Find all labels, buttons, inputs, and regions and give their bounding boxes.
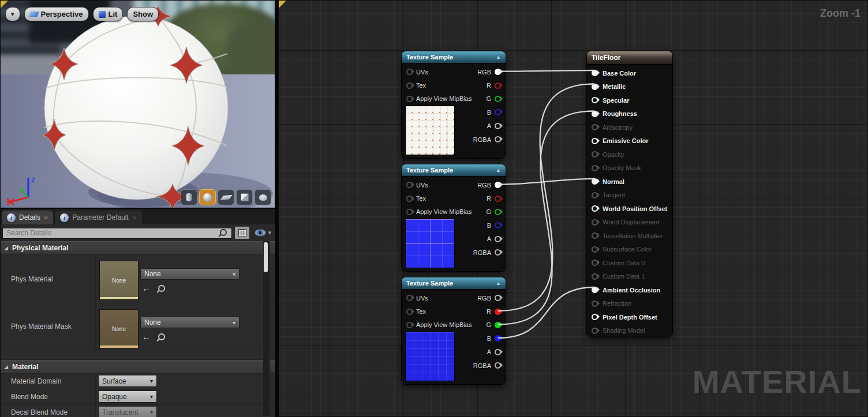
shape-custom-mesh-button[interactable] bbox=[255, 189, 271, 205]
preview-viewport[interactable]: ▾ Perspective Lit Show Z bbox=[0, 0, 275, 208]
phys-material-thumbnail[interactable]: None bbox=[99, 261, 139, 300]
node-header[interactable]: Texture Sample▲ bbox=[402, 164, 506, 176]
output-pin-rgb[interactable] bbox=[495, 69, 501, 75]
material-graph-canvas[interactable]: Zoom -1 MATERIAL Texture Sample▲UVsRGBTe… bbox=[278, 0, 868, 417]
details-scrollbar[interactable] bbox=[263, 240, 270, 417]
node-header[interactable]: Texture Sample▲ bbox=[402, 277, 506, 290]
output-pin-a[interactable] bbox=[495, 236, 501, 242]
result-pin-subsurface-color[interactable] bbox=[592, 246, 598, 253]
tab-details[interactable]: i Details × bbox=[2, 211, 53, 224]
pin-row: TexR bbox=[402, 305, 506, 318]
result-pin-normal[interactable] bbox=[592, 178, 598, 185]
scrollbar-thumb[interactable] bbox=[264, 242, 268, 272]
result-pin-world-displacement[interactable] bbox=[592, 219, 598, 226]
use-selected-asset-icon[interactable]: ← bbox=[142, 332, 151, 341]
input-pin-tex[interactable] bbox=[406, 309, 413, 315]
preview-shape-buttons bbox=[181, 189, 271, 205]
viewport-options-button[interactable]: ▾ bbox=[5, 7, 20, 21]
output-pin-rgb[interactable] bbox=[495, 295, 501, 301]
result-pin-custom-data-0[interactable] bbox=[592, 260, 598, 266]
result-pin-emissive-color[interactable] bbox=[592, 138, 598, 144]
search-input[interactable] bbox=[2, 228, 232, 239]
result-pin-anisotropy[interactable] bbox=[592, 124, 598, 130]
shape-cylinder-button[interactable] bbox=[181, 189, 197, 205]
result-pin-roughness[interactable] bbox=[592, 111, 598, 117]
input-pin-uvs[interactable] bbox=[406, 182, 413, 188]
output-pin-rgba[interactable] bbox=[495, 136, 501, 142]
collapse-icon[interactable]: ▲ bbox=[496, 54, 501, 60]
result-pin-world-position-offset[interactable] bbox=[592, 205, 598, 212]
result-pin-pixel-depth-offset[interactable] bbox=[592, 314, 598, 320]
graph-node-tilefloor[interactable]: TileFloorBase ColorMetallicSpecularRough… bbox=[587, 51, 672, 337]
input-pin-apply-view-mipbias[interactable] bbox=[406, 96, 413, 102]
collapse-icon[interactable]: ▲ bbox=[496, 280, 501, 286]
browse-to-asset-icon[interactable] bbox=[158, 285, 165, 292]
output-pin-b[interactable] bbox=[495, 109, 501, 115]
perspective-button[interactable]: Perspective bbox=[24, 7, 89, 21]
result-pin-base-color[interactable] bbox=[592, 70, 598, 76]
result-pin-refraction[interactable] bbox=[592, 300, 598, 307]
phys-material-dropdown[interactable]: None ▾ bbox=[140, 268, 240, 280]
output-pin-g[interactable] bbox=[495, 209, 501, 215]
input-pin-apply-view-mipbias[interactable] bbox=[406, 322, 413, 328]
output-pin-b[interactable] bbox=[495, 222, 501, 228]
tab-parameter-defaults[interactable]: i Parameter Defaults × bbox=[55, 211, 142, 224]
section-material[interactable]: ◢ Material bbox=[1, 360, 275, 374]
axis-gizmo: Z bbox=[5, 170, 40, 205]
section-physical-material[interactable]: ◢ Physical Material bbox=[1, 241, 275, 255]
close-icon[interactable]: × bbox=[44, 214, 48, 221]
shape-sphere-button[interactable] bbox=[199, 189, 216, 205]
node-header[interactable]: Texture Sample▲ bbox=[402, 51, 506, 63]
output-pin-rgba[interactable] bbox=[495, 362, 501, 369]
output-pin-b[interactable] bbox=[495, 335, 501, 341]
graph-node-ts1[interactable]: Texture Sample▲UVsRGBTexRApply View MipB… bbox=[402, 51, 506, 158]
result-pin-shading-model[interactable] bbox=[592, 328, 598, 334]
output-pin-rgba[interactable] bbox=[495, 249, 501, 256]
collapse-icon[interactable]: ▲ bbox=[496, 167, 501, 173]
viewport-corner-flag bbox=[1, 1, 8, 8]
output-pin-r[interactable] bbox=[495, 196, 501, 202]
output-pin-g[interactable] bbox=[495, 322, 501, 328]
visibility-filter-button[interactable]: ▾ bbox=[252, 229, 274, 236]
output-side: R bbox=[487, 195, 501, 202]
output-pin-a[interactable] bbox=[495, 123, 501, 129]
shape-plane-button[interactable] bbox=[218, 189, 234, 205]
node-header[interactable]: TileFloor bbox=[587, 51, 672, 65]
material-domain-dropdown[interactable]: Surface ▾ bbox=[98, 375, 157, 387]
use-selected-asset-icon[interactable]: ← bbox=[142, 284, 151, 292]
phys-material-mask-dropdown[interactable]: None ▾ bbox=[140, 317, 240, 328]
result-pin-ambient-occlusion[interactable] bbox=[592, 287, 598, 293]
view-options-button[interactable] bbox=[234, 226, 250, 239]
input-pin-tex[interactable] bbox=[406, 82, 413, 89]
output-pin-r[interactable] bbox=[495, 309, 501, 315]
phys-material-mask-thumbnail[interactable]: None bbox=[99, 309, 139, 348]
output-pin-rgb[interactable] bbox=[495, 182, 501, 188]
result-pin-custom-data-1[interactable] bbox=[592, 273, 598, 280]
plane-icon bbox=[220, 194, 232, 200]
graph-wires bbox=[279, 1, 868, 417]
result-pin-tessellation-multiplier[interactable] bbox=[592, 232, 598, 239]
browse-to-asset-icon[interactable] bbox=[158, 333, 165, 340]
blend-mode-dropdown[interactable]: Opaque ▾ bbox=[98, 390, 157, 403]
input-pin-uvs[interactable] bbox=[406, 295, 413, 301]
graph-node-ts3[interactable]: Texture Sample▲UVsRGBTexRApply View MipB… bbox=[402, 277, 506, 384]
close-icon[interactable]: × bbox=[132, 214, 137, 221]
input-pin-tex[interactable] bbox=[406, 196, 413, 202]
output-pin-g[interactable] bbox=[495, 96, 501, 102]
result-pin-specular[interactable] bbox=[592, 97, 598, 103]
output-pin-a[interactable] bbox=[495, 349, 501, 355]
graph-node-ts2[interactable]: Texture Sample▲UVsRGBTexRApply View MipB… bbox=[402, 164, 506, 271]
pin-row: Apply View MipBiasG bbox=[402, 92, 506, 106]
result-pin-opacity-mask[interactable] bbox=[592, 165, 598, 171]
result-pin-opacity[interactable] bbox=[592, 151, 598, 157]
input-pin-uvs[interactable] bbox=[406, 69, 413, 75]
input-pin-label: Apply View MipBias bbox=[416, 208, 472, 215]
output-pin-r[interactable] bbox=[495, 82, 501, 89]
input-pin-apply-view-mipbias[interactable] bbox=[406, 209, 413, 215]
show-button[interactable]: Show bbox=[127, 7, 159, 21]
lit-mode-button[interactable]: Lit bbox=[93, 7, 124, 21]
shape-cube-button[interactable] bbox=[236, 189, 253, 205]
result-pin-tangent[interactable] bbox=[592, 192, 598, 198]
result-pin-metallic[interactable] bbox=[592, 84, 598, 90]
result-pin-row: Shading Model bbox=[587, 324, 672, 338]
